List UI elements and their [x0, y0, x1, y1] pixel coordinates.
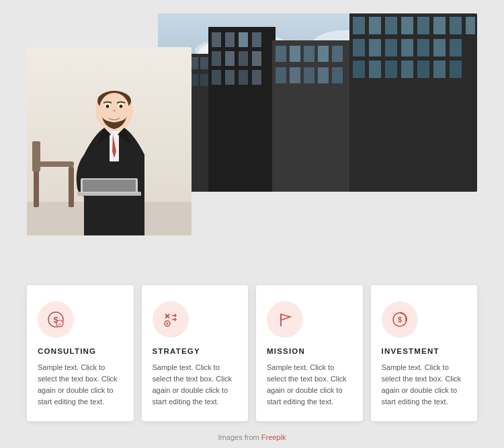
svg-rect-30: [276, 46, 286, 62]
strategy-title: STRATEGY: [153, 347, 238, 355]
svg-rect-22: [225, 51, 235, 66]
svg-rect-41: [353, 17, 365, 34]
svg-rect-52: [401, 39, 413, 57]
consulting-text: Sample text. Click to select the text bo…: [38, 362, 123, 408]
strategy-icon-wrapper: [153, 301, 189, 338]
svg-rect-48: [466, 17, 475, 34]
svg-rect-53: [417, 39, 429, 57]
svg-rect-38: [318, 67, 329, 83]
svg-rect-45: [417, 17, 429, 34]
svg-rect-54: [433, 39, 446, 57]
svg-rect-42: [369, 17, 381, 34]
svg-rect-24: [252, 51, 261, 66]
svg-rect-50: [369, 39, 381, 57]
svg-rect-27: [239, 70, 248, 85]
svg-rect-56: [353, 61, 365, 78]
svg-rect-58: [385, 61, 397, 78]
svg-point-79: [120, 105, 123, 108]
svg-rect-21: [212, 51, 221, 66]
cards-section: $ CONSULTING Sample text. Click to selec…: [27, 285, 477, 421]
svg-rect-62: [450, 61, 462, 78]
svg-rect-26: [225, 70, 235, 85]
consulting-icon-wrapper: $: [38, 301, 74, 338]
mission-icon: [276, 310, 294, 329]
strategy-card[interactable]: STRATEGY Sample text. Click to select th…: [142, 285, 249, 421]
svg-rect-29: [272, 40, 353, 192]
svg-rect-25: [212, 70, 221, 85]
strategy-text: Sample text. Click to select the text bo…: [153, 362, 238, 408]
investment-icon: $: [390, 310, 409, 329]
mission-card[interactable]: MISSION Sample text. Click to select the…: [256, 285, 363, 421]
svg-rect-51: [385, 39, 397, 57]
svg-rect-61: [433, 61, 446, 78]
svg-rect-43: [385, 17, 397, 34]
business-man-image: [27, 47, 192, 235]
investment-title: INVESTMENT: [382, 347, 467, 355]
svg-rect-44: [401, 17, 413, 34]
svg-rect-28: [252, 70, 261, 85]
svg-rect-55: [450, 39, 462, 57]
svg-rect-34: [332, 46, 343, 62]
mission-text: Sample text. Click to select the text bo…: [267, 362, 352, 408]
strategy-icon: [161, 310, 180, 329]
footer-prefix: Images from: [218, 433, 261, 441]
svg-rect-20: [252, 32, 261, 47]
svg-rect-57: [369, 61, 381, 78]
svg-rect-60: [417, 61, 429, 78]
svg-rect-46: [433, 17, 446, 34]
freepik-link[interactable]: Freepik: [261, 433, 286, 441]
svg-rect-37: [304, 67, 314, 83]
mission-icon-wrapper: [267, 301, 303, 338]
svg-rect-17: [212, 32, 221, 47]
images-section: [0, 0, 504, 229]
consulting-card[interactable]: $ CONSULTING Sample text. Click to selec…: [27, 285, 134, 421]
svg-rect-35: [276, 67, 286, 83]
svg-rect-18: [225, 32, 235, 47]
svg-rect-39: [332, 67, 343, 83]
investment-text: Sample text. Click to select the text bo…: [382, 362, 467, 408]
svg-rect-31: [290, 46, 300, 62]
svg-rect-33: [318, 46, 329, 62]
svg-rect-59: [401, 61, 413, 78]
svg-rect-15: [200, 74, 208, 86]
svg-rect-73: [83, 180, 136, 192]
svg-rect-68: [32, 141, 40, 172]
consulting-title: CONSULTING: [38, 347, 123, 355]
svg-rect-47: [450, 17, 462, 34]
svg-rect-67: [69, 167, 74, 207]
svg-rect-23: [239, 51, 248, 66]
city-image: [158, 13, 477, 192]
mission-title: MISSION: [267, 347, 352, 355]
footer-credit: Images from Freepik: [0, 433, 504, 441]
investment-icon-wrapper: $: [382, 301, 418, 338]
page-wrapper: $ CONSULTING Sample text. Click to selec…: [0, 0, 504, 448]
svg-rect-66: [34, 167, 39, 207]
investment-card[interactable]: $ INVESTMENT Sample text. Click to selec…: [371, 285, 478, 421]
svg-point-78: [106, 105, 110, 108]
svg-rect-10: [200, 57, 208, 69]
svg-rect-32: [304, 46, 314, 62]
svg-text:$: $: [397, 315, 401, 324]
svg-rect-36: [290, 67, 300, 83]
svg-rect-19: [239, 32, 248, 47]
consulting-icon: $: [46, 310, 65, 329]
svg-rect-49: [353, 39, 365, 57]
